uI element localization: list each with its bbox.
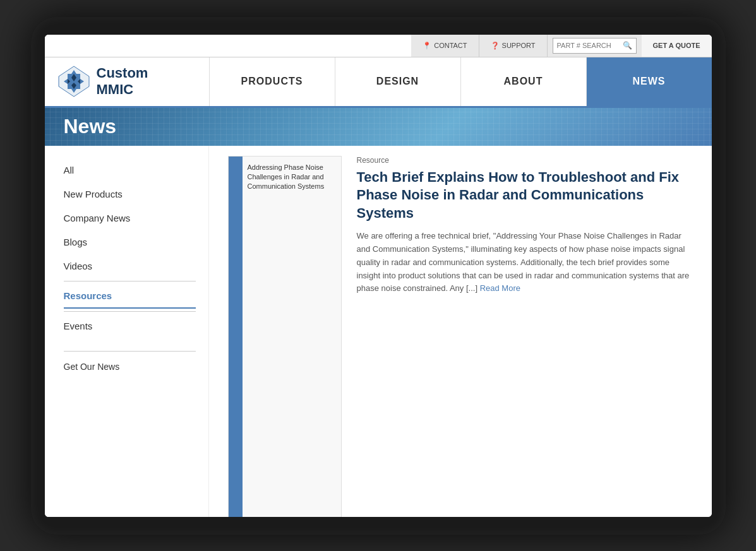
nav-links: PRODUCTS DESIGN ABOUT NEWS — [209, 57, 712, 106]
sidebar-item-all[interactable]: All — [64, 158, 196, 182]
logo-text: Custom MMIC — [97, 65, 148, 98]
sidebar-item-new-products[interactable]: New Products — [64, 182, 196, 206]
support-label: SUPPORT — [502, 42, 536, 49]
article-content-1: Resource Tech Brief Explains How to Trou… — [357, 156, 693, 517]
sidebar-item-events[interactable]: Events — [64, 314, 196, 338]
top-bar-spacer — [45, 35, 412, 57]
top-bar-links: 📍 CONTACT ❓ SUPPORT 🔍 GET A QUOTE — [411, 35, 711, 57]
sidebar-footer[interactable]: Get Our News — [64, 354, 196, 372]
hero-title: News — [64, 115, 117, 138]
sidebar: All New Products Company News Blogs Vide… — [45, 146, 209, 517]
top-bar: 📍 CONTACT ❓ SUPPORT 🔍 GET A QUOTE — [45, 35, 712, 57]
article-image-inner-1: TECH BRIEF Addressing Phase Noise Challe… — [229, 157, 341, 517]
article-image-text-1: Addressing Phase Noise Challenges in Rad… — [243, 157, 341, 517]
search-icon: 🔍 — [623, 41, 632, 50]
pin-icon: 📍 — [423, 42, 431, 50]
question-icon: ❓ — [491, 42, 500, 50]
sidebar-divider-1 — [64, 281, 196, 281]
article-body-1: We are offering a free technical brief, … — [357, 230, 693, 295]
sidebar-item-blogs[interactable]: Blogs — [64, 230, 196, 254]
sidebar-item-company-news[interactable]: Company News — [64, 206, 196, 230]
search-box: 🔍 — [553, 38, 637, 54]
article-image-1: TECH BRIEF Addressing Phase Noise Challe… — [228, 156, 342, 517]
sidebar-footer-divider — [64, 351, 196, 352]
nav-item-about[interactable]: ABOUT — [460, 57, 586, 106]
tech-brief-label-1: TECH BRIEF — [229, 157, 243, 517]
sidebar-divider-2 — [64, 311, 196, 312]
tablet-frame: 📍 CONTACT ❓ SUPPORT 🔍 GET A QUOTE — [31, 17, 726, 535]
logo-area: Custom MMIC — [45, 57, 209, 106]
main-nav: Custom MMIC PRODUCTS DESIGN ABOUT NEWS — [45, 57, 712, 108]
article-category-1: Resource — [357, 156, 693, 165]
company-logo-icon — [57, 65, 90, 98]
sidebar-nav: All New Products Company News Blogs Vide… — [64, 158, 196, 338]
article-image-content-1: Addressing Phase Noise Challenges in Rad… — [243, 157, 341, 517]
contact-label: CONTACT — [434, 42, 467, 49]
nav-item-news[interactable]: NEWS — [586, 57, 712, 106]
content-area: All New Products Company News Blogs Vide… — [45, 146, 712, 517]
nav-item-design[interactable]: DESIGN — [335, 57, 460, 106]
sidebar-item-videos[interactable]: Videos — [64, 254, 196, 278]
hero-banner: News — [45, 108, 712, 146]
articles-area: TECH BRIEF Addressing Phase Noise Challe… — [209, 146, 712, 517]
get-quote-link[interactable]: GET A QUOTE — [642, 35, 712, 57]
article-title-1: Tech Brief Explains How to Troubleshoot … — [357, 169, 693, 223]
support-link[interactable]: ❓ SUPPORT — [479, 35, 548, 57]
read-more-1[interactable]: Read More — [480, 283, 520, 293]
tablet-screen: 📍 CONTACT ❓ SUPPORT 🔍 GET A QUOTE — [45, 35, 712, 517]
search-input[interactable] — [557, 42, 620, 49]
get-quote-label: GET A QUOTE — [653, 42, 700, 49]
article-card-1: TECH BRIEF Addressing Phase Noise Challe… — [228, 156, 693, 517]
sidebar-item-resources[interactable]: Resources — [64, 284, 196, 309]
nav-item-products[interactable]: PRODUCTS — [209, 57, 335, 106]
contact-link[interactable]: 📍 CONTACT — [411, 35, 479, 57]
